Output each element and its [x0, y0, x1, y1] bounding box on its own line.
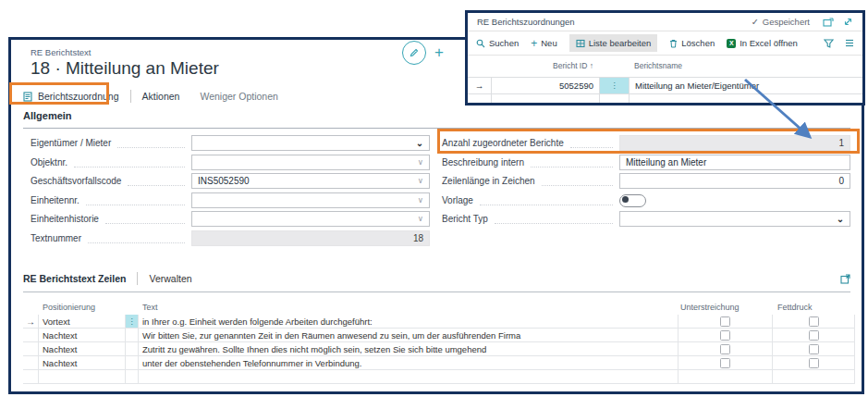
fettdruck-checkbox[interactable]	[809, 344, 819, 354]
lines-row-empty[interactable]	[23, 370, 855, 384]
col-header-unterstreichung[interactable]: Unterstreichung	[678, 303, 772, 312]
chevron-down-icon[interactable]: ∨	[418, 177, 423, 185]
lines-part-header: RE Berichtstext Zeilen Verwalten	[23, 272, 850, 285]
unterstreichung-checkbox[interactable]	[720, 344, 730, 354]
field-value: Mitteilung an Mieter	[626, 157, 706, 167]
cell-text[interactable]: Wir bitten Sie, zur genannten Zeit in de…	[138, 329, 678, 341]
cell-positionierung[interactable]: Nachtext	[38, 356, 125, 369]
col-header-fettdruck[interactable]: Fettdruck	[772, 303, 855, 312]
excel-oeffnen-button[interactable]: X In Excel öffnen	[727, 38, 798, 48]
zeilenlaenge-input[interactable]: 0	[619, 173, 850, 189]
field-value: 1	[838, 138, 844, 148]
chevron-down-icon[interactable]: ⌄	[837, 215, 844, 224]
cell-positionierung[interactable]: Nachtext	[38, 342, 125, 355]
chevron-down-icon[interactable]: ∨	[418, 196, 423, 205]
verwalten-menu-item[interactable]: Verwalten	[149, 273, 191, 284]
new-plus-button[interactable]: +	[434, 43, 444, 62]
page-title: 18 · Mitteilung an Mieter	[31, 58, 219, 79]
chevron-down-icon[interactable]: ∨	[418, 215, 423, 223]
cell-text[interactable]: in Ihrer o.g. Einheit werden folgende Ar…	[138, 315, 678, 328]
row-menu-cell[interactable]	[125, 356, 138, 369]
field-label: Geschäftsvorfallscode	[31, 176, 121, 186]
bericht-typ-select[interactable]: ⌄	[619, 211, 850, 227]
liste-bearbeiten-label: Liste bearbeiten	[589, 38, 652, 48]
field-row-vorlage: Vorlage	[442, 192, 850, 208]
dotted-leader	[117, 138, 185, 148]
einheitenhistorie-select[interactable]: ∨	[191, 211, 430, 227]
beschreibung-intern-input[interactable]: Mitteilung an Mieter	[619, 155, 850, 170]
menu-divider	[130, 90, 131, 103]
col-header-bericht-id[interactable]: Bericht ID ↑	[491, 61, 593, 70]
grid-options-button[interactable]	[845, 39, 854, 47]
unterstreichung-checkbox[interactable]	[720, 330, 730, 341]
menu-label-berichtszuordnung: Berichtszuordnung	[38, 91, 119, 102]
cell-text[interactable]: Zutritt zu gewähren. Sollte Ihnen dies n…	[138, 342, 678, 355]
loeschen-button[interactable]: Löschen	[669, 38, 715, 48]
cell-bericht-id[interactable]: 5052590	[491, 78, 599, 93]
fasttab-allgemein-heading: Allgemein	[23, 110, 72, 121]
expand-button[interactable]	[843, 17, 853, 27]
einheitennr-select[interactable]: ∨	[191, 192, 430, 208]
popout-window-icon	[823, 18, 834, 27]
objektnr-select[interactable]: ∨	[191, 155, 430, 170]
field-value: 18	[413, 233, 423, 243]
cell-text[interactable]: unter der obenstehenden Telefonnummer in…	[138, 356, 678, 369]
col-header-positionierung[interactable]: Positionierung	[38, 303, 125, 312]
open-in-window-button[interactable]	[823, 18, 834, 27]
suchen-button[interactable]: Suchen	[476, 38, 519, 48]
geschaeftsvorfallscode-select[interactable]: INS5052590 ∨	[191, 173, 430, 189]
unterstreichung-checkbox[interactable]	[720, 316, 730, 327]
lines-row-1[interactable]: → Vortext ⋮ in Ihrer o.g. Einheit werden…	[23, 315, 855, 329]
hamburger-menu-icon	[845, 39, 854, 47]
unterstreichung-checkbox[interactable]	[720, 358, 730, 368]
re-berichtszuordnungen-window: RE Berichtszuordnungen ✓ Gespeichert Suc…	[465, 10, 865, 105]
fettdruck-checkbox[interactable]	[809, 358, 819, 368]
chevron-down-icon[interactable]: ⌄	[416, 139, 423, 148]
menu-item-aktionen[interactable]: Aktionen	[142, 91, 180, 102]
edit-pencil-button[interactable]	[402, 41, 426, 65]
row-menu-cell[interactable]	[125, 329, 138, 341]
screenshot-root: { "colors": { "navy_border": "#14305c", …	[0, 0, 868, 397]
lines-popout-button[interactable]	[840, 274, 850, 284]
row-menu-cell[interactable]: ⋮	[599, 78, 629, 93]
field-label: Textnummer	[31, 233, 81, 243]
col-header-text[interactable]: Text	[138, 303, 678, 312]
menu-item-weniger-optionen[interactable]: Weniger Optionen	[200, 91, 277, 102]
menu-label-aktionen: Aktionen	[142, 91, 180, 102]
filter-button[interactable]	[824, 39, 834, 48]
overlay-titlebar: RE Berichtszuordnungen ✓ Gespeichert	[468, 13, 862, 31]
field-row-textnummer: Textnummer 18	[31, 230, 430, 246]
vorlage-toggle[interactable]	[619, 194, 646, 207]
lines-part-title: RE Berichtstext Zeilen	[23, 273, 126, 284]
field-label: Eigentümer / Mieter	[31, 138, 111, 148]
fettdruck-checkbox[interactable]	[809, 316, 819, 327]
field-label: Vorlage	[442, 195, 473, 205]
liste-bearbeiten-button[interactable]: Liste bearbeiten	[569, 34, 658, 52]
report-assignment-icon	[23, 92, 33, 102]
row-menu-cell[interactable]	[125, 342, 138, 355]
lines-row-4[interactable]: Nachtext unter der obenstehenden Telefon…	[23, 356, 855, 370]
cell-positionierung[interactable]: Vortext	[38, 315, 125, 328]
cell-positionierung[interactable]: Nachtext	[38, 329, 125, 341]
field-label: Bericht Typ	[442, 214, 488, 224]
cell-berichtsname[interactable]: Mitteilung an Mieter/Eigentümer	[629, 78, 862, 93]
field-label: Objektnr.	[31, 157, 67, 167]
neu-button[interactable]: + Neu	[531, 38, 556, 49]
overlay-grid-row-empty[interactable]	[468, 93, 862, 105]
menu-item-berichtszuordnung[interactable]: Berichtszuordnung	[23, 91, 119, 102]
search-icon	[476, 39, 485, 48]
row-menu-cell[interactable]: ⋮	[125, 315, 138, 328]
fettdruck-checkbox[interactable]	[809, 330, 819, 341]
saved-label: Gespeichert	[763, 17, 810, 27]
excel-label: In Excel öffnen	[740, 38, 798, 48]
plus-icon: +	[531, 38, 537, 49]
chevron-down-icon[interactable]: ∨	[418, 158, 423, 167]
sort-ascending-icon: ↑	[590, 61, 593, 70]
loeschen-label: Löschen	[681, 38, 715, 48]
eigentuemer-mieter-select[interactable]: ⌄	[191, 135, 430, 151]
lines-row-2[interactable]: Nachtext Wir bitten Sie, zur genannten Z…	[23, 329, 855, 342]
lines-row-3[interactable]: Nachtext Zutritt zu gewähren. Sollte Ihn…	[23, 342, 855, 356]
check-icon: ✓	[752, 17, 759, 27]
field-row-beschreibung-intern: Beschreibung intern Mitteilung an Mieter	[442, 155, 850, 170]
col-header-berichtsname[interactable]: Berichtsname	[634, 61, 682, 70]
